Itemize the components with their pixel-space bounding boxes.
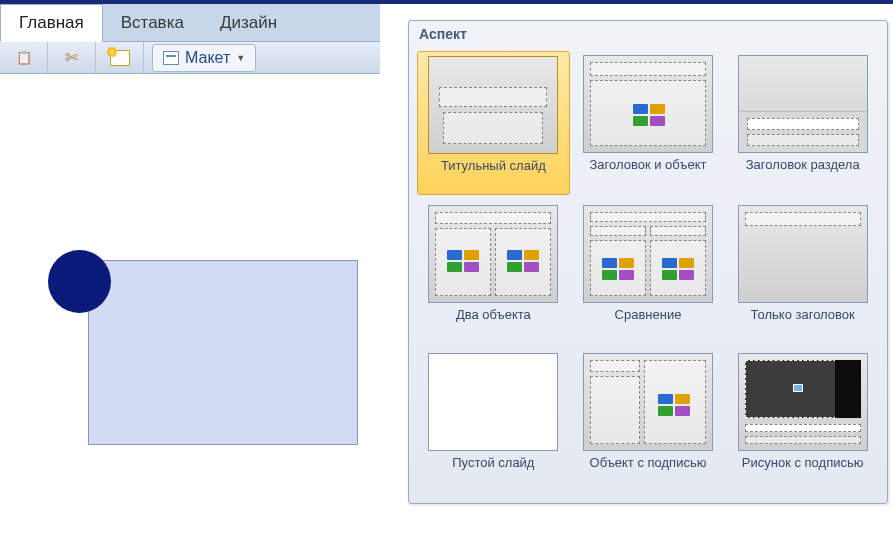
layout-thumb xyxy=(738,353,868,451)
layout-thumb xyxy=(583,55,713,153)
layout-button-label: Макет xyxy=(185,49,230,67)
slide-rectangle-shape xyxy=(88,260,358,445)
layout-thumb xyxy=(428,205,558,303)
tab-home[interactable]: Главная xyxy=(0,4,103,42)
layout-thumb xyxy=(738,205,868,303)
layout-thumb xyxy=(738,55,868,153)
layout-caption: Объект с подписью xyxy=(590,455,707,487)
layout-picture-with-caption[interactable]: Рисунок с подписью xyxy=(726,349,879,491)
layout-comparison[interactable]: Сравнение xyxy=(572,201,725,343)
new-slide-button[interactable] xyxy=(96,42,144,73)
scissors-icon: ✄ xyxy=(65,48,78,67)
gallery-title: Аспект xyxy=(409,21,887,47)
layout-title-only[interactable]: Только заголовок xyxy=(726,201,879,343)
layout-icon xyxy=(163,51,179,65)
ribbon: Главная Вставка Дизайн 📋 ✄ Макет ▼ xyxy=(0,4,380,74)
layout-caption: Два объекта xyxy=(456,307,531,339)
layout-section-header[interactable]: Заголовок раздела xyxy=(726,51,879,195)
layout-caption: Титульный слайд xyxy=(441,158,546,190)
clipboard-icon: 📋 xyxy=(16,50,32,65)
slide-circle-shape xyxy=(48,250,111,313)
ribbon-tabs: Главная Вставка Дизайн xyxy=(0,4,380,42)
layout-caption: Заголовок раздела xyxy=(746,157,860,189)
layout-gallery-panel: Аспект Титульный слайд Заголовок и объек… xyxy=(408,20,888,504)
layout-content-with-caption[interactable]: Объект с подписью xyxy=(572,349,725,491)
ribbon-toolbar: 📋 ✄ Макет ▼ xyxy=(0,42,380,74)
layout-caption: Заголовок и объект xyxy=(589,157,706,189)
layout-caption: Сравнение xyxy=(615,307,682,339)
cut-button[interactable]: ✄ xyxy=(48,42,96,73)
layout-caption: Только заголовок xyxy=(751,307,855,339)
layout-thumb xyxy=(583,353,713,451)
layout-blank[interactable]: Пустой слайд xyxy=(417,349,570,491)
new-slide-icon xyxy=(110,50,130,66)
chevron-down-icon: ▼ xyxy=(236,53,245,63)
tab-insert[interactable]: Вставка xyxy=(103,5,202,41)
tab-design[interactable]: Дизайн xyxy=(202,5,295,41)
layout-thumb xyxy=(428,56,558,154)
layout-title-slide[interactable]: Титульный слайд xyxy=(417,51,570,195)
layout-caption: Пустой слайд xyxy=(452,455,534,487)
layout-button[interactable]: Макет ▼ xyxy=(152,44,256,72)
paste-group-icon[interactable]: 📋 xyxy=(0,42,48,73)
slide-illustration xyxy=(48,250,348,440)
layout-thumb xyxy=(428,353,558,451)
layout-grid: Титульный слайд Заголовок и объект Загол… xyxy=(409,47,887,495)
layout-two-content[interactable]: Два объекта xyxy=(417,201,570,343)
layout-thumb xyxy=(583,205,713,303)
layout-title-and-content[interactable]: Заголовок и объект xyxy=(572,51,725,195)
layout-caption: Рисунок с подписью xyxy=(742,455,864,487)
